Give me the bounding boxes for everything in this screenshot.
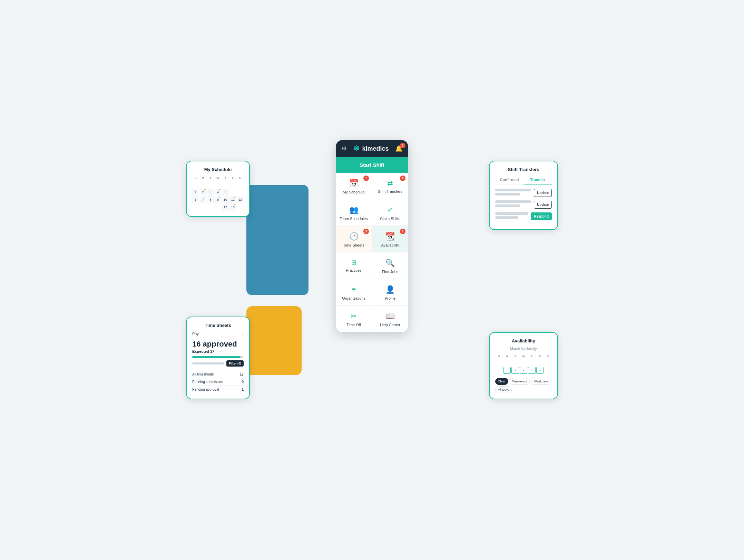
pay-chevron-icon: › xyxy=(242,331,244,336)
team-schedules-label: Team Schedules xyxy=(340,217,368,221)
filter-button[interactable]: Filter (0) xyxy=(226,360,244,367)
menu-item-shift-transfers[interactable]: 2 ⇄ Shift Transfers xyxy=(372,173,408,199)
menu-item-time-off[interactable]: ✂ Time Off xyxy=(336,306,372,332)
menu-item-help-center[interactable]: 📖 Help Center xyxy=(372,306,408,332)
transfer-line-2b xyxy=(495,204,520,207)
avail-empty-5 xyxy=(528,359,536,366)
transfers-tabs: Confirmed Transfer xyxy=(495,176,552,184)
transfer-respond-btn[interactable]: Respond xyxy=(531,212,552,220)
cal-day-1[interactable]: 1 xyxy=(192,189,199,196)
ts-pending-approval-label: Pending approval xyxy=(192,388,219,391)
menu-item-profile[interactable]: 👤 Profile xyxy=(372,279,408,306)
cal-day-10[interactable]: 10 xyxy=(222,196,229,203)
avail-day-1[interactable]: 1 xyxy=(503,367,511,374)
transfer-update-btn-1[interactable]: Update xyxy=(534,189,552,197)
cal-day-17[interactable]: 17 xyxy=(222,204,229,211)
practices-label: Practices xyxy=(346,268,361,272)
start-shift-button[interactable]: Start Shift xyxy=(336,157,408,173)
menu-item-my-schedule[interactable]: 1 📅 My Schedule xyxy=(336,173,372,199)
transfer-update-btn-2[interactable]: Update xyxy=(534,201,552,209)
ts-all-row[interactable]: All timesheets 17 xyxy=(192,371,244,378)
cal-day-18[interactable]: 18★ xyxy=(229,204,236,211)
avail-empty-8 xyxy=(495,367,503,374)
organizations-icon: ≡ xyxy=(352,285,356,294)
cal-day-5[interactable]: 5 xyxy=(222,189,229,196)
cal-day-empty5 xyxy=(222,181,229,188)
find-jobs-label: Find Jobs xyxy=(382,270,399,274)
transfer-info-1 xyxy=(495,189,531,197)
transfer-item-2: Update xyxy=(495,200,552,209)
my-schedule-card: My Schedule S M T W T F S 1 2★ 3 4★ 5 xyxy=(186,161,250,217)
ts-pending-submission-label: Pending submission xyxy=(192,380,223,384)
progress-bar xyxy=(192,356,244,358)
shift-transfers-icon: ⇄ xyxy=(387,179,393,187)
ts-pending-submission-row[interactable]: Pending submission 0 xyxy=(192,378,244,386)
avail-filter-weekdays[interactable]: Weekdays xyxy=(531,378,551,385)
organizations-label: Organizations xyxy=(342,296,365,300)
logo-icon: ⚛ xyxy=(353,144,360,153)
help-center-icon: 📖 xyxy=(385,312,395,321)
transfer-line-3a xyxy=(495,212,528,215)
cal-day-2[interactable]: 2★ xyxy=(200,189,207,196)
cal-day-4[interactable]: 4★ xyxy=(215,189,222,196)
tab-transfer[interactable]: Transfer xyxy=(523,176,552,184)
avail-header-t1: T xyxy=(511,354,519,359)
cal-day-empty12 xyxy=(207,204,214,211)
avail-empty-6 xyxy=(536,359,544,366)
find-jobs-icon: 🔍 xyxy=(385,259,395,268)
my-schedule-label: My Schedule xyxy=(343,190,365,194)
menu-item-organizations[interactable]: ≡ Organizations xyxy=(336,279,372,306)
cal-day-3[interactable]: 3 xyxy=(207,189,214,196)
ts-pending-approval-row[interactable]: Pending approval 1 xyxy=(192,386,244,393)
ts-pending-approval-count: 1 xyxy=(242,388,244,391)
menu-item-claim-shifts[interactable]: ✓ Claim Shifts xyxy=(372,199,408,226)
avail-header-t2: T xyxy=(528,354,536,359)
time-off-label: Time Off xyxy=(346,323,361,327)
phone-header: ⚙ ⚛ kimedics 🔔 7 xyxy=(336,140,408,157)
cal-day-6[interactable]: 6 xyxy=(192,196,199,203)
avail-day-2[interactable]: 2 xyxy=(511,367,519,374)
shift-transfers-badge: 2 xyxy=(400,176,405,181)
pay-row[interactable]: Pay › xyxy=(192,331,244,336)
time-sheets-badge: 3 xyxy=(363,229,369,234)
cal-day-empty3 xyxy=(207,181,214,188)
cal-header-t2: T xyxy=(222,176,229,180)
menu-item-availability[interactable]: 1 📆 Availability xyxy=(372,226,408,252)
menu-item-team-schedules[interactable]: 👥 Team Schedules xyxy=(336,199,372,226)
avail-day-4[interactable]: 4 xyxy=(528,367,536,374)
menu-item-time-sheets[interactable]: 3 🕐 Time Sheets xyxy=(336,226,372,252)
phone-panel: ⚙ ⚛ kimedics 🔔 7 Start Shift 1 📅 My Sche… xyxy=(336,140,408,332)
menu-grid: 1 📅 My Schedule 2 ⇄ Shift Transfers 👥 Te… xyxy=(336,173,408,332)
expected-text: Expected 17 xyxy=(192,349,244,353)
profile-label: Profile xyxy=(385,296,395,300)
menu-item-find-jobs[interactable]: 🔍 Find Jobs xyxy=(372,252,408,279)
avail-filter-all-days[interactable]: All Days xyxy=(495,386,512,393)
availability-badge: 1 xyxy=(400,229,405,234)
avail-day-3[interactable]: 3 xyxy=(520,367,527,374)
cal-day-12[interactable]: 12 xyxy=(237,196,244,203)
time-off-icon: ✂ xyxy=(351,312,357,321)
gear-icon[interactable]: ⚙ xyxy=(341,145,347,152)
cal-header-s: S xyxy=(192,176,199,180)
cal-day-7[interactable]: 7★ xyxy=(200,196,207,203)
avail-filter-clear[interactable]: Clear xyxy=(495,378,508,385)
cal-day-8[interactable]: 8 xyxy=(207,196,214,203)
avail-filter-weekends[interactable]: Weekends xyxy=(510,378,530,385)
notification-bell[interactable]: 🔔 7 xyxy=(395,145,403,152)
avail-header-s2: S xyxy=(544,354,552,359)
cal-day-11[interactable]: 11★ xyxy=(229,196,236,203)
menu-item-practices[interactable]: ⊞ Practices xyxy=(336,252,372,279)
avail-header-w: W xyxy=(520,354,527,359)
cal-day-empty6 xyxy=(229,181,236,188)
progress-fill xyxy=(192,356,241,358)
time-sheets-label: Time Sheets xyxy=(343,243,364,247)
cal-header-f: F xyxy=(229,176,236,180)
cal-day-9[interactable]: 9★ xyxy=(215,196,222,203)
transfer-info-2 xyxy=(495,200,531,209)
app-logo: ⚛ kimedics xyxy=(353,144,389,153)
schedule-card-title: My Schedule xyxy=(192,167,244,172)
approved-count: 16 approved xyxy=(192,340,244,349)
availability-filter-buttons: Clear Weekends Weekdays All Days xyxy=(495,378,552,393)
tab-confirmed[interactable]: Confirmed xyxy=(495,176,523,184)
avail-day-5[interactable]: 5 xyxy=(536,367,544,374)
